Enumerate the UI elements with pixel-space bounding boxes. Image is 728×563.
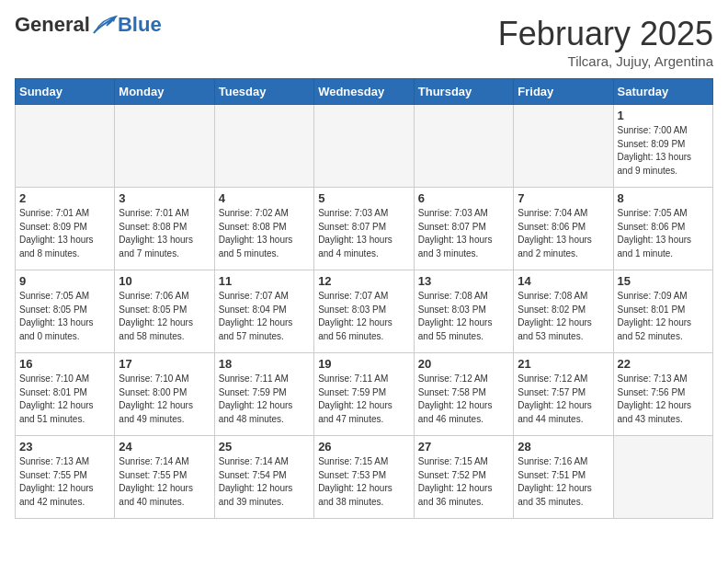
calendar-day-cell: 16Sunrise: 7:10 AM Sunset: 8:01 PM Dayli…: [16, 353, 115, 436]
day-info: Sunrise: 7:07 AM Sunset: 8:03 PM Dayligh…: [318, 290, 410, 343]
weekday-header-saturday: Saturday: [613, 79, 712, 105]
day-number: 27: [418, 440, 509, 454]
logo: General Blue: [15, 15, 162, 35]
calendar-day-cell: 9Sunrise: 7:05 AM Sunset: 8:05 PM Daylig…: [16, 270, 115, 353]
day-number: 13: [418, 274, 509, 288]
calendar-day-cell: [115, 105, 214, 188]
day-number: 10: [119, 274, 210, 288]
calendar-day-cell: 18Sunrise: 7:11 AM Sunset: 7:59 PM Dayli…: [214, 353, 313, 436]
calendar-day-cell: 1Sunrise: 7:00 AM Sunset: 8:09 PM Daylig…: [613, 105, 712, 188]
day-info: Sunrise: 7:10 AM Sunset: 8:01 PM Dayligh…: [19, 373, 110, 426]
logo-bird-icon: [92, 15, 118, 35]
weekday-header-wednesday: Wednesday: [314, 79, 415, 105]
day-info: Sunrise: 7:08 AM Sunset: 8:02 PM Dayligh…: [518, 290, 609, 343]
calendar-week-row: 23Sunrise: 7:13 AM Sunset: 7:55 PM Dayli…: [16, 436, 713, 519]
calendar-table: SundayMondayTuesdayWednesdayThursdayFrid…: [15, 78, 713, 519]
calendar-day-cell: 5Sunrise: 7:03 AM Sunset: 8:07 PM Daylig…: [314, 188, 415, 270]
day-info: Sunrise: 7:06 AM Sunset: 8:05 PM Dayligh…: [119, 290, 210, 343]
calendar-day-cell: 19Sunrise: 7:11 AM Sunset: 7:59 PM Dayli…: [314, 353, 415, 436]
day-number: 12: [318, 274, 410, 288]
day-number: 22: [618, 357, 709, 371]
day-number: 7: [518, 191, 609, 205]
day-number: 28: [518, 440, 609, 454]
day-info: Sunrise: 7:13 AM Sunset: 7:56 PM Dayligh…: [618, 373, 709, 426]
weekday-header-thursday: Thursday: [414, 79, 513, 105]
day-info: Sunrise: 7:01 AM Sunset: 8:09 PM Dayligh…: [19, 207, 110, 260]
day-number: 1: [618, 109, 709, 122]
day-info: Sunrise: 7:09 AM Sunset: 8:01 PM Dayligh…: [618, 290, 709, 343]
day-info: Sunrise: 7:01 AM Sunset: 8:08 PM Dayligh…: [119, 207, 210, 260]
weekday-header-friday: Friday: [514, 79, 613, 105]
day-number: 9: [19, 274, 110, 288]
day-info: Sunrise: 7:03 AM Sunset: 8:07 PM Dayligh…: [318, 207, 410, 260]
day-number: 4: [219, 191, 310, 205]
calendar-day-cell: 28Sunrise: 7:16 AM Sunset: 7:51 PM Dayli…: [514, 436, 613, 519]
calendar-day-cell: [414, 105, 513, 188]
calendar-week-row: 2Sunrise: 7:01 AM Sunset: 8:09 PM Daylig…: [16, 188, 713, 270]
day-number: 15: [618, 274, 709, 288]
day-number: 5: [318, 191, 410, 205]
day-number: 14: [518, 274, 609, 288]
day-number: 18: [219, 357, 310, 371]
day-number: 6: [418, 191, 509, 205]
day-info: Sunrise: 7:02 AM Sunset: 8:08 PM Dayligh…: [219, 207, 310, 260]
day-info: Sunrise: 7:13 AM Sunset: 7:55 PM Dayligh…: [19, 455, 110, 509]
day-info: Sunrise: 7:03 AM Sunset: 8:07 PM Dayligh…: [418, 207, 509, 260]
calendar-day-cell: 4Sunrise: 7:02 AM Sunset: 8:08 PM Daylig…: [214, 188, 313, 270]
location-title: Tilcara, Jujuy, Argentina: [498, 53, 713, 69]
day-number: 25: [219, 440, 310, 454]
calendar-day-cell: 17Sunrise: 7:10 AM Sunset: 8:00 PM Dayli…: [115, 353, 214, 436]
calendar-day-cell: 12Sunrise: 7:07 AM Sunset: 8:03 PM Dayli…: [314, 270, 415, 353]
logo-blue: Blue: [118, 15, 162, 35]
calendar-week-row: 1Sunrise: 7:00 AM Sunset: 8:09 PM Daylig…: [16, 105, 713, 188]
day-info: Sunrise: 7:10 AM Sunset: 8:00 PM Dayligh…: [119, 373, 210, 426]
day-number: 21: [518, 357, 609, 371]
day-number: 26: [318, 440, 410, 454]
calendar-week-row: 9Sunrise: 7:05 AM Sunset: 8:05 PM Daylig…: [16, 270, 713, 353]
weekday-header-tuesday: Tuesday: [214, 79, 313, 105]
calendar-day-cell: 13Sunrise: 7:08 AM Sunset: 8:03 PM Dayli…: [414, 270, 513, 353]
calendar-day-cell: 14Sunrise: 7:08 AM Sunset: 8:02 PM Dayli…: [514, 270, 613, 353]
calendar-day-cell: 6Sunrise: 7:03 AM Sunset: 8:07 PM Daylig…: [414, 188, 513, 270]
calendar-day-cell: [16, 105, 115, 188]
day-number: 24: [119, 440, 210, 454]
day-number: 2: [19, 191, 110, 205]
calendar-day-cell: [314, 105, 415, 188]
calendar-day-cell: 21Sunrise: 7:12 AM Sunset: 7:57 PM Dayli…: [514, 353, 613, 436]
day-info: Sunrise: 7:05 AM Sunset: 8:06 PM Dayligh…: [618, 207, 709, 260]
calendar-day-cell: 8Sunrise: 7:05 AM Sunset: 8:06 PM Daylig…: [613, 188, 712, 270]
day-info: Sunrise: 7:12 AM Sunset: 7:57 PM Dayligh…: [518, 373, 609, 426]
calendar-day-cell: [514, 105, 613, 188]
calendar-day-cell: 25Sunrise: 7:14 AM Sunset: 7:54 PM Dayli…: [214, 436, 313, 519]
day-info: Sunrise: 7:14 AM Sunset: 7:54 PM Dayligh…: [219, 455, 310, 509]
day-info: Sunrise: 7:14 AM Sunset: 7:55 PM Dayligh…: [119, 455, 210, 509]
calendar-day-cell: 11Sunrise: 7:07 AM Sunset: 8:04 PM Dayli…: [214, 270, 313, 353]
day-number: 11: [219, 274, 310, 288]
day-number: 8: [618, 191, 709, 205]
month-title: February 2025: [498, 15, 713, 53]
calendar-day-cell: 15Sunrise: 7:09 AM Sunset: 8:01 PM Dayli…: [613, 270, 712, 353]
day-info: Sunrise: 7:15 AM Sunset: 7:53 PM Dayligh…: [318, 455, 410, 509]
calendar-day-cell: 26Sunrise: 7:15 AM Sunset: 7:53 PM Dayli…: [314, 436, 415, 519]
day-number: 17: [119, 357, 210, 371]
weekday-header-row: SundayMondayTuesdayWednesdayThursdayFrid…: [16, 79, 713, 105]
weekday-header-monday: Monday: [115, 79, 214, 105]
day-info: Sunrise: 7:11 AM Sunset: 7:59 PM Dayligh…: [219, 373, 310, 426]
day-info: Sunrise: 7:16 AM Sunset: 7:51 PM Dayligh…: [518, 455, 609, 509]
calendar-day-cell: [613, 436, 712, 519]
day-info: Sunrise: 7:12 AM Sunset: 7:58 PM Dayligh…: [418, 373, 509, 426]
day-number: 16: [19, 357, 110, 371]
calendar-day-cell: [214, 105, 313, 188]
day-info: Sunrise: 7:00 AM Sunset: 8:09 PM Dayligh…: [618, 124, 709, 178]
day-info: Sunrise: 7:15 AM Sunset: 7:52 PM Dayligh…: [418, 455, 509, 509]
logo-general: General: [15, 15, 90, 35]
day-info: Sunrise: 7:04 AM Sunset: 8:06 PM Dayligh…: [518, 207, 609, 260]
day-number: 23: [19, 440, 110, 454]
title-section: February 2025 Tilcara, Jujuy, Argentina: [498, 15, 713, 69]
calendar-week-row: 16Sunrise: 7:10 AM Sunset: 8:01 PM Dayli…: [16, 353, 713, 436]
calendar-day-cell: 20Sunrise: 7:12 AM Sunset: 7:58 PM Dayli…: [414, 353, 513, 436]
day-info: Sunrise: 7:11 AM Sunset: 7:59 PM Dayligh…: [318, 373, 410, 426]
day-number: 20: [418, 357, 509, 371]
day-number: 3: [119, 191, 210, 205]
calendar-day-cell: 7Sunrise: 7:04 AM Sunset: 8:06 PM Daylig…: [514, 188, 613, 270]
